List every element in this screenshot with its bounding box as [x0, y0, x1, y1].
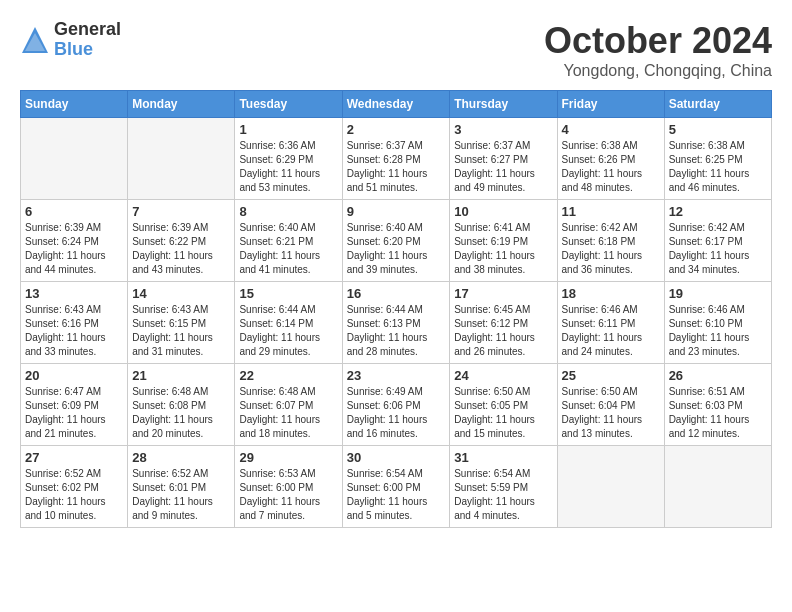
calendar-day-cell: 1Sunrise: 6:36 AM Sunset: 6:29 PM Daylig… [235, 118, 342, 200]
day-info: Sunrise: 6:48 AM Sunset: 6:07 PM Dayligh… [239, 385, 337, 441]
calendar-week-row: 6Sunrise: 6:39 AM Sunset: 6:24 PM Daylig… [21, 200, 772, 282]
day-info: Sunrise: 6:50 AM Sunset: 6:04 PM Dayligh… [562, 385, 660, 441]
day-info: Sunrise: 6:44 AM Sunset: 6:13 PM Dayligh… [347, 303, 446, 359]
calendar-day-cell: 25Sunrise: 6:50 AM Sunset: 6:04 PM Dayli… [557, 364, 664, 446]
logo-icon [20, 25, 50, 55]
day-info: Sunrise: 6:47 AM Sunset: 6:09 PM Dayligh… [25, 385, 123, 441]
day-number: 15 [239, 286, 337, 301]
weekday-header: Thursday [450, 91, 557, 118]
calendar-day-cell: 13Sunrise: 6:43 AM Sunset: 6:16 PM Dayli… [21, 282, 128, 364]
page-header: General Blue October 2024 Yongdong, Chon… [20, 20, 772, 80]
logo-general-text: General [54, 20, 121, 40]
title-block: October 2024 Yongdong, Chongqing, China [544, 20, 772, 80]
day-info: Sunrise: 6:54 AM Sunset: 6:00 PM Dayligh… [347, 467, 446, 523]
day-number: 8 [239, 204, 337, 219]
day-number: 3 [454, 122, 552, 137]
logo: General Blue [20, 20, 121, 60]
calendar-day-cell: 5Sunrise: 6:38 AM Sunset: 6:25 PM Daylig… [664, 118, 771, 200]
calendar-day-cell: 19Sunrise: 6:46 AM Sunset: 6:10 PM Dayli… [664, 282, 771, 364]
day-number: 19 [669, 286, 767, 301]
calendar-day-cell: 16Sunrise: 6:44 AM Sunset: 6:13 PM Dayli… [342, 282, 450, 364]
calendar-day-cell: 8Sunrise: 6:40 AM Sunset: 6:21 PM Daylig… [235, 200, 342, 282]
logo-text: General Blue [54, 20, 121, 60]
calendar-day-cell: 22Sunrise: 6:48 AM Sunset: 6:07 PM Dayli… [235, 364, 342, 446]
day-number: 14 [132, 286, 230, 301]
month-title: October 2024 [544, 20, 772, 62]
calendar-day-cell: 9Sunrise: 6:40 AM Sunset: 6:20 PM Daylig… [342, 200, 450, 282]
day-info: Sunrise: 6:49 AM Sunset: 6:06 PM Dayligh… [347, 385, 446, 441]
calendar-day-cell: 14Sunrise: 6:43 AM Sunset: 6:15 PM Dayli… [128, 282, 235, 364]
day-info: Sunrise: 6:36 AM Sunset: 6:29 PM Dayligh… [239, 139, 337, 195]
day-info: Sunrise: 6:43 AM Sunset: 6:16 PM Dayligh… [25, 303, 123, 359]
day-number: 23 [347, 368, 446, 383]
day-number: 9 [347, 204, 446, 219]
calendar-day-cell: 7Sunrise: 6:39 AM Sunset: 6:22 PM Daylig… [128, 200, 235, 282]
day-info: Sunrise: 6:45 AM Sunset: 6:12 PM Dayligh… [454, 303, 552, 359]
day-number: 1 [239, 122, 337, 137]
day-info: Sunrise: 6:53 AM Sunset: 6:00 PM Dayligh… [239, 467, 337, 523]
day-info: Sunrise: 6:43 AM Sunset: 6:15 PM Dayligh… [132, 303, 230, 359]
calendar-day-cell: 12Sunrise: 6:42 AM Sunset: 6:17 PM Dayli… [664, 200, 771, 282]
calendar-day-cell: 15Sunrise: 6:44 AM Sunset: 6:14 PM Dayli… [235, 282, 342, 364]
calendar-week-row: 27Sunrise: 6:52 AM Sunset: 6:02 PM Dayli… [21, 446, 772, 528]
day-number: 5 [669, 122, 767, 137]
calendar-day-cell: 30Sunrise: 6:54 AM Sunset: 6:00 PM Dayli… [342, 446, 450, 528]
calendar-day-cell: 20Sunrise: 6:47 AM Sunset: 6:09 PM Dayli… [21, 364, 128, 446]
day-info: Sunrise: 6:46 AM Sunset: 6:11 PM Dayligh… [562, 303, 660, 359]
day-info: Sunrise: 6:39 AM Sunset: 6:22 PM Dayligh… [132, 221, 230, 277]
calendar-day-cell [21, 118, 128, 200]
calendar-day-cell: 21Sunrise: 6:48 AM Sunset: 6:08 PM Dayli… [128, 364, 235, 446]
weekday-header: Friday [557, 91, 664, 118]
calendar-day-cell: 28Sunrise: 6:52 AM Sunset: 6:01 PM Dayli… [128, 446, 235, 528]
weekday-header: Sunday [21, 91, 128, 118]
day-number: 22 [239, 368, 337, 383]
day-info: Sunrise: 6:44 AM Sunset: 6:14 PM Dayligh… [239, 303, 337, 359]
day-info: Sunrise: 6:51 AM Sunset: 6:03 PM Dayligh… [669, 385, 767, 441]
logo-blue-text: Blue [54, 40, 121, 60]
calendar-day-cell: 2Sunrise: 6:37 AM Sunset: 6:28 PM Daylig… [342, 118, 450, 200]
calendar-day-cell: 31Sunrise: 6:54 AM Sunset: 5:59 PM Dayli… [450, 446, 557, 528]
day-info: Sunrise: 6:40 AM Sunset: 6:21 PM Dayligh… [239, 221, 337, 277]
day-number: 13 [25, 286, 123, 301]
day-info: Sunrise: 6:46 AM Sunset: 6:10 PM Dayligh… [669, 303, 767, 359]
calendar-day-cell: 10Sunrise: 6:41 AM Sunset: 6:19 PM Dayli… [450, 200, 557, 282]
day-info: Sunrise: 6:37 AM Sunset: 6:28 PM Dayligh… [347, 139, 446, 195]
day-number: 29 [239, 450, 337, 465]
day-number: 28 [132, 450, 230, 465]
calendar-day-cell: 26Sunrise: 6:51 AM Sunset: 6:03 PM Dayli… [664, 364, 771, 446]
calendar-day-cell: 24Sunrise: 6:50 AM Sunset: 6:05 PM Dayli… [450, 364, 557, 446]
day-info: Sunrise: 6:50 AM Sunset: 6:05 PM Dayligh… [454, 385, 552, 441]
calendar-day-cell: 18Sunrise: 6:46 AM Sunset: 6:11 PM Dayli… [557, 282, 664, 364]
day-number: 7 [132, 204, 230, 219]
day-number: 11 [562, 204, 660, 219]
weekday-header: Wednesday [342, 91, 450, 118]
calendar-day-cell [128, 118, 235, 200]
day-info: Sunrise: 6:48 AM Sunset: 6:08 PM Dayligh… [132, 385, 230, 441]
calendar-day-cell: 17Sunrise: 6:45 AM Sunset: 6:12 PM Dayli… [450, 282, 557, 364]
day-number: 4 [562, 122, 660, 137]
calendar-day-cell: 29Sunrise: 6:53 AM Sunset: 6:00 PM Dayli… [235, 446, 342, 528]
day-number: 27 [25, 450, 123, 465]
day-number: 16 [347, 286, 446, 301]
day-number: 25 [562, 368, 660, 383]
day-number: 24 [454, 368, 552, 383]
day-info: Sunrise: 6:38 AM Sunset: 6:26 PM Dayligh… [562, 139, 660, 195]
day-info: Sunrise: 6:37 AM Sunset: 6:27 PM Dayligh… [454, 139, 552, 195]
day-number: 2 [347, 122, 446, 137]
calendar-day-cell: 27Sunrise: 6:52 AM Sunset: 6:02 PM Dayli… [21, 446, 128, 528]
day-number: 18 [562, 286, 660, 301]
day-number: 12 [669, 204, 767, 219]
calendar-table: SundayMondayTuesdayWednesdayThursdayFrid… [20, 90, 772, 528]
calendar-day-cell: 23Sunrise: 6:49 AM Sunset: 6:06 PM Dayli… [342, 364, 450, 446]
day-number: 10 [454, 204, 552, 219]
day-info: Sunrise: 6:54 AM Sunset: 5:59 PM Dayligh… [454, 467, 552, 523]
day-number: 6 [25, 204, 123, 219]
calendar-day-cell [557, 446, 664, 528]
calendar-day-cell: 6Sunrise: 6:39 AM Sunset: 6:24 PM Daylig… [21, 200, 128, 282]
weekday-header: Saturday [664, 91, 771, 118]
calendar-day-cell [664, 446, 771, 528]
calendar-week-row: 1Sunrise: 6:36 AM Sunset: 6:29 PM Daylig… [21, 118, 772, 200]
day-info: Sunrise: 6:42 AM Sunset: 6:18 PM Dayligh… [562, 221, 660, 277]
calendar-day-cell: 3Sunrise: 6:37 AM Sunset: 6:27 PM Daylig… [450, 118, 557, 200]
weekday-header-row: SundayMondayTuesdayWednesdayThursdayFrid… [21, 91, 772, 118]
